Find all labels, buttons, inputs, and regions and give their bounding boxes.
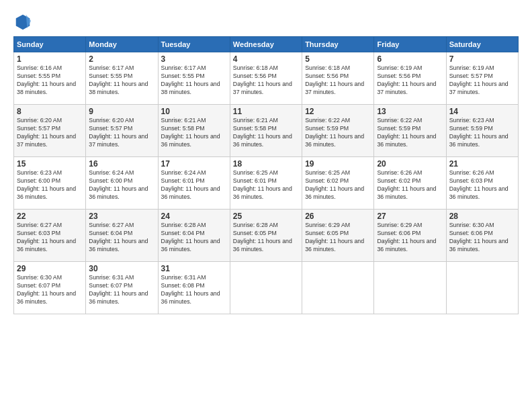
day-info: Sunrise: 6:17 AM Sunset: 5:55 PM Dayligh… — [89, 64, 154, 97]
day-number: 28 — [449, 212, 515, 221]
day-info: Sunrise: 6:26 AM Sunset: 6:02 PM Dayligh… — [377, 169, 443, 201]
day-info: Sunrise: 6:29 AM Sunset: 6:06 PM Dayligh… — [377, 222, 443, 254]
day-number: 21 — [449, 159, 515, 169]
day-info: Sunrise: 6:20 AM Sunset: 5:57 PM Dayligh… — [17, 117, 83, 149]
day-info: Sunrise: 6:29 AM Sunset: 6:05 PM Dayligh… — [305, 222, 371, 254]
day-cell: 22 Sunrise: 6:27 AM Sunset: 6:03 PM Dayl… — [14, 210, 86, 262]
day-cell: 19 Sunrise: 6:25 AM Sunset: 6:02 PM Dayl… — [302, 157, 374, 210]
day-cell: 18 Sunrise: 6:25 AM Sunset: 6:01 PM Dayl… — [230, 157, 302, 210]
day-number: 19 — [305, 159, 371, 169]
week-row-2: 8 Sunrise: 6:20 AM Sunset: 5:57 PM Dayli… — [14, 105, 519, 157]
day-cell: 9 Sunrise: 6:20 AM Sunset: 5:57 PM Dayli… — [86, 105, 158, 157]
day-cell: 7 Sunrise: 6:19 AM Sunset: 5:57 PM Dayli… — [446, 52, 518, 105]
day-number: 3 — [161, 54, 227, 64]
day-cell: 24 Sunrise: 6:28 AM Sunset: 6:04 PM Dayl… — [158, 210, 230, 262]
day-info: Sunrise: 6:25 AM Sunset: 6:02 PM Dayligh… — [305, 169, 371, 201]
day-info: Sunrise: 6:17 AM Sunset: 5:55 PM Dayligh… — [161, 64, 227, 97]
day-info: Sunrise: 6:27 AM Sunset: 6:03 PM Dayligh… — [17, 222, 83, 254]
day-info: Sunrise: 6:19 AM Sunset: 5:56 PM Dayligh… — [377, 64, 443, 97]
day-cell: 21 Sunrise: 6:26 AM Sunset: 6:03 PM Dayl… — [446, 157, 518, 210]
day-cell: 23 Sunrise: 6:27 AM Sunset: 6:04 PM Dayl… — [86, 210, 158, 262]
day-cell: 1 Sunrise: 6:16 AM Sunset: 5:55 PM Dayli… — [14, 52, 86, 105]
week-row-5: 29 Sunrise: 6:30 AM Sunset: 6:07 PM Dayl… — [14, 262, 519, 314]
day-number: 26 — [305, 212, 371, 221]
day-number: 24 — [161, 212, 227, 221]
logo — [13, 12, 35, 31]
day-info: Sunrise: 6:21 AM Sunset: 5:58 PM Dayligh… — [233, 117, 299, 149]
day-number: 17 — [161, 159, 227, 169]
page: SundayMondayTuesdayWednesdayThursdayFrid… — [0, 0, 532, 411]
day-cell: 5 Sunrise: 6:18 AM Sunset: 5:56 PM Dayli… — [302, 52, 374, 105]
day-info: Sunrise: 6:23 AM Sunset: 5:59 PM Dayligh… — [449, 117, 515, 149]
day-cell — [302, 262, 374, 314]
day-number: 22 — [17, 212, 83, 221]
day-cell: 2 Sunrise: 6:17 AM Sunset: 5:55 PM Dayli… — [86, 52, 158, 105]
day-number: 9 — [89, 107, 154, 116]
day-number: 2 — [89, 54, 154, 64]
day-number: 1 — [17, 54, 83, 64]
day-number: 13 — [377, 107, 443, 116]
day-number: 4 — [233, 54, 299, 64]
day-number: 8 — [17, 107, 83, 116]
day-cell: 30 Sunrise: 6:31 AM Sunset: 6:07 PM Dayl… — [86, 262, 158, 314]
day-number: 14 — [449, 107, 515, 116]
calendar-header: SundayMondayTuesdayWednesdayThursdayFrid… — [14, 37, 519, 52]
day-cell — [230, 262, 302, 314]
day-cell: 12 Sunrise: 6:22 AM Sunset: 5:59 PM Dayl… — [302, 105, 374, 157]
day-cell: 10 Sunrise: 6:21 AM Sunset: 5:58 PM Dayl… — [158, 105, 230, 157]
day-cell: 28 Sunrise: 6:30 AM Sunset: 6:06 PM Dayl… — [446, 210, 518, 262]
day-info: Sunrise: 6:27 AM Sunset: 6:04 PM Dayligh… — [89, 222, 154, 254]
header-cell-friday: Friday — [374, 37, 446, 52]
day-number: 25 — [233, 212, 299, 221]
day-cell: 14 Sunrise: 6:23 AM Sunset: 5:59 PM Dayl… — [446, 105, 518, 157]
day-cell: 25 Sunrise: 6:28 AM Sunset: 6:05 PM Dayl… — [230, 210, 302, 262]
header-cell-tuesday: Tuesday — [158, 37, 230, 52]
header — [13, 12, 519, 31]
day-cell — [374, 262, 446, 314]
day-info: Sunrise: 6:24 AM Sunset: 6:00 PM Dayligh… — [89, 169, 154, 201]
day-info: Sunrise: 6:18 AM Sunset: 5:56 PM Dayligh… — [305, 64, 371, 97]
day-info: Sunrise: 6:22 AM Sunset: 5:59 PM Dayligh… — [305, 117, 371, 149]
day-info: Sunrise: 6:16 AM Sunset: 5:55 PM Dayligh… — [17, 64, 83, 97]
header-cell-saturday: Saturday — [446, 37, 518, 52]
day-number: 16 — [89, 159, 154, 169]
day-cell: 31 Sunrise: 6:31 AM Sunset: 6:08 PM Dayl… — [158, 262, 230, 314]
day-cell: 27 Sunrise: 6:29 AM Sunset: 6:06 PM Dayl… — [374, 210, 446, 262]
day-cell: 6 Sunrise: 6:19 AM Sunset: 5:56 PM Dayli… — [374, 52, 446, 105]
calendar: SundayMondayTuesdayWednesdayThursdayFrid… — [13, 36, 519, 314]
day-info: Sunrise: 6:25 AM Sunset: 6:01 PM Dayligh… — [233, 169, 299, 201]
day-info: Sunrise: 6:20 AM Sunset: 5:57 PM Dayligh… — [89, 117, 154, 149]
day-info: Sunrise: 6:18 AM Sunset: 5:56 PM Dayligh… — [233, 64, 299, 97]
day-info: Sunrise: 6:28 AM Sunset: 6:04 PM Dayligh… — [161, 222, 227, 254]
day-info: Sunrise: 6:31 AM Sunset: 6:08 PM Dayligh… — [161, 274, 227, 306]
day-cell: 26 Sunrise: 6:29 AM Sunset: 6:05 PM Dayl… — [302, 210, 374, 262]
day-cell: 11 Sunrise: 6:21 AM Sunset: 5:58 PM Dayl… — [230, 105, 302, 157]
day-number: 6 — [377, 54, 443, 64]
week-row-1: 1 Sunrise: 6:16 AM Sunset: 5:55 PM Dayli… — [14, 52, 519, 105]
header-cell-sunday: Sunday — [14, 37, 86, 52]
day-info: Sunrise: 6:31 AM Sunset: 6:07 PM Dayligh… — [89, 274, 154, 306]
day-cell: 20 Sunrise: 6:26 AM Sunset: 6:02 PM Dayl… — [374, 157, 446, 210]
day-number: 20 — [377, 159, 443, 169]
day-cell: 13 Sunrise: 6:22 AM Sunset: 5:59 PM Dayl… — [374, 105, 446, 157]
day-cell: 3 Sunrise: 6:17 AM Sunset: 5:55 PM Dayli… — [158, 52, 230, 105]
day-cell: 17 Sunrise: 6:24 AM Sunset: 6:01 PM Dayl… — [158, 157, 230, 210]
day-cell: 16 Sunrise: 6:24 AM Sunset: 6:00 PM Dayl… — [86, 157, 158, 210]
day-info: Sunrise: 6:30 AM Sunset: 6:07 PM Dayligh… — [17, 274, 83, 306]
day-number: 5 — [305, 54, 371, 64]
day-info: Sunrise: 6:30 AM Sunset: 6:06 PM Dayligh… — [449, 222, 515, 254]
day-cell: 15 Sunrise: 6:23 AM Sunset: 6:00 PM Dayl… — [14, 157, 86, 210]
week-row-3: 15 Sunrise: 6:23 AM Sunset: 6:00 PM Dayl… — [14, 157, 519, 210]
day-info: Sunrise: 6:22 AM Sunset: 5:59 PM Dayligh… — [377, 117, 443, 149]
day-cell — [446, 262, 518, 314]
day-number: 12 — [305, 107, 371, 116]
day-number: 11 — [233, 107, 299, 116]
day-number: 15 — [17, 159, 83, 169]
day-number: 31 — [161, 264, 227, 273]
day-info: Sunrise: 6:28 AM Sunset: 6:05 PM Dayligh… — [233, 222, 299, 254]
day-number: 10 — [161, 107, 227, 116]
calendar-body: 1 Sunrise: 6:16 AM Sunset: 5:55 PM Dayli… — [14, 52, 519, 314]
header-cell-monday: Monday — [86, 37, 158, 52]
header-row: SundayMondayTuesdayWednesdayThursdayFrid… — [14, 37, 519, 52]
day-number: 27 — [377, 212, 443, 221]
